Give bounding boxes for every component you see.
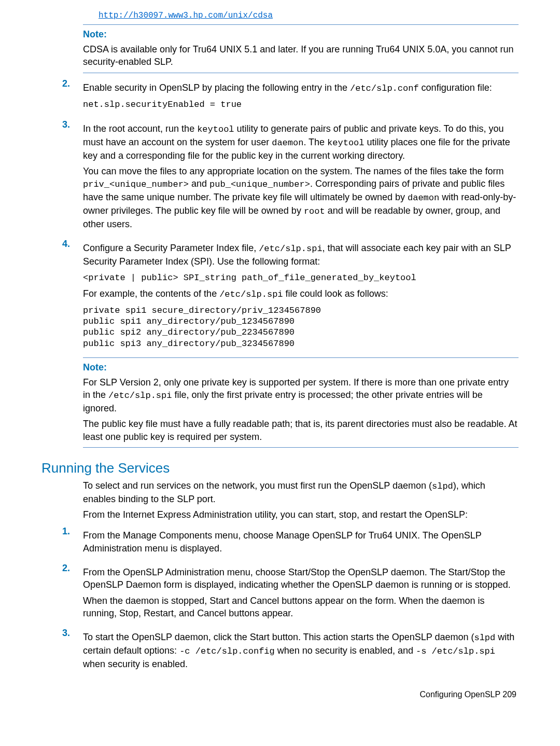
step-number: 2. xyxy=(62,78,83,114)
note-text: The public key file must have a fully re… xyxy=(83,418,519,443)
code-inline: slpd xyxy=(474,633,495,643)
note-heading: Note: xyxy=(83,362,519,373)
body-text: To select and run services on the networ… xyxy=(83,479,519,505)
section-heading: Running the Services xyxy=(41,460,519,476)
step-number: 3. xyxy=(62,119,83,234)
step-number: 4. xyxy=(62,239,83,353)
step-text: You can move the files to any appropriat… xyxy=(83,165,519,230)
rule xyxy=(83,447,519,448)
code-inline: /etc/slp.spi xyxy=(108,391,172,400)
step-text: To start the OpenSLP daemon, click the S… xyxy=(83,631,519,670)
code-block: net.slp.securityEnabled = true xyxy=(83,99,519,110)
step-text: For example, the contents of the /etc/sl… xyxy=(83,287,519,301)
code-inline: priv_<unique_number> xyxy=(83,179,189,189)
note-text: For SLP Version 2, only one private key … xyxy=(83,376,519,415)
code-inline: keytool xyxy=(197,125,234,134)
note-text: CDSA is available only for Tru64 UNIX 5.… xyxy=(83,43,519,68)
cdsa-link[interactable]: http://h30097.www3.hp.com/unix/cdsa xyxy=(99,11,273,20)
page-footer: Configuring OpenSLP 209 xyxy=(41,690,519,699)
code-inline: keytool xyxy=(327,138,364,148)
code-inline: -c /etc/slp.config xyxy=(179,646,275,656)
code-inline: /etc/slp.spi xyxy=(219,289,283,299)
rule xyxy=(83,24,519,25)
code-inline: -s /etc/slp.spi xyxy=(416,646,495,656)
code-inline: daemon xyxy=(272,138,303,148)
step-text: From the OpenSLP Administration menu, ch… xyxy=(83,566,519,591)
step-text: In the root account, run the keytool uti… xyxy=(83,122,519,162)
step-number: 2. xyxy=(62,563,83,623)
step-text: From the Manage Components menu, choose … xyxy=(83,529,519,555)
step-text: Enable security in OpenSLP by placing th… xyxy=(83,81,519,95)
code-inline: pub_<unique_number> xyxy=(209,179,310,189)
code-inline: daemon xyxy=(408,193,439,203)
body-text: From the Internet Express Administration… xyxy=(83,508,519,521)
step-text: Configure a Security Parameter Index fil… xyxy=(83,242,519,268)
note-heading: Note: xyxy=(83,29,519,40)
rule xyxy=(83,357,519,358)
step-text: When the daemon is stopped, Start and Ca… xyxy=(83,595,519,620)
code-inline: root xyxy=(304,206,325,216)
rule xyxy=(83,73,519,73)
code-inline: slpd xyxy=(432,481,453,491)
step-number: 3. xyxy=(62,628,83,673)
code-block: private spi1 secure_directory/priv_12345… xyxy=(83,305,519,349)
code-block: <private | public> SPI_string path_of_fi… xyxy=(83,272,519,283)
code-inline: /etc/slp.spi xyxy=(259,244,322,254)
code-inline: /etc/slp.conf xyxy=(350,84,419,93)
step-number: 1. xyxy=(62,526,83,558)
